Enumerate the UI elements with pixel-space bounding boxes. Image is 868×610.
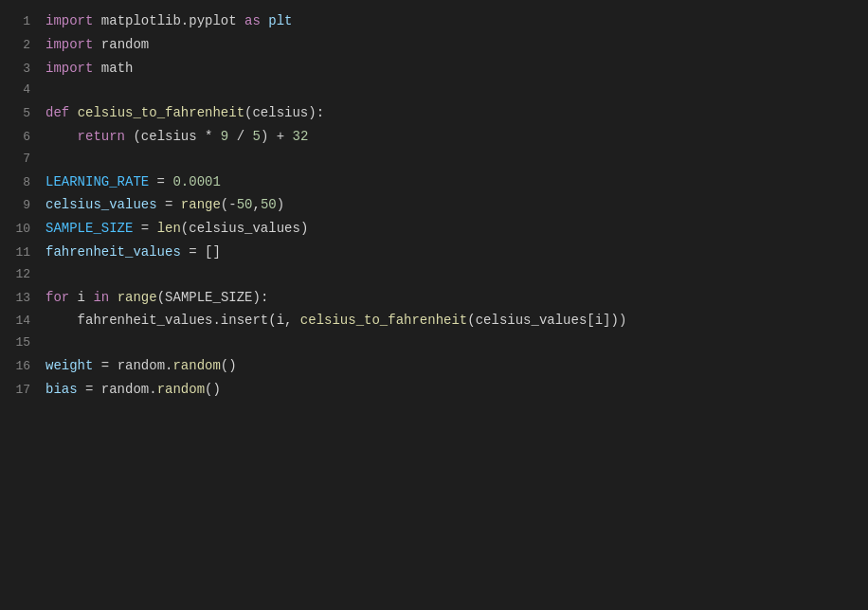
token-plain	[69, 105, 77, 120]
token-builtin: range	[118, 290, 157, 305]
token-plain	[109, 290, 117, 305]
token-builtin: len	[157, 221, 181, 236]
line-number: 10	[0, 220, 45, 240]
code-line: 14 fahrenheit_values.insert(i, celsius_t…	[0, 309, 868, 332]
token-plain: ()	[221, 358, 237, 373]
line-number: 7	[0, 150, 45, 170]
token-plain: (SAMPLE_SIZE):	[157, 290, 269, 305]
token-plain: math	[93, 61, 133, 76]
token-number: 0.0001	[172, 174, 220, 189]
token-plain: )	[277, 197, 284, 212]
token-number: 5	[252, 129, 260, 144]
token-number: 50	[237, 197, 253, 212]
token-var-plain: fahrenheit_values	[45, 244, 181, 260]
token-kw-import: import	[45, 37, 93, 52]
token-var-plain: celsius_values	[45, 197, 157, 212]
token-var-plain: weight	[45, 358, 93, 373]
token-kw-in: in	[93, 290, 109, 305]
token-number: 50	[261, 197, 277, 212]
token-plain	[45, 129, 78, 144]
line-number: 9	[0, 196, 45, 216]
code-line: 1import matplotlib.pyplot as plt	[0, 9, 868, 33]
token-func-name: celsius_to_fahrenheit	[78, 105, 244, 120]
code-line: 17bias = random.random()	[0, 378, 868, 402]
token-kw-return: return	[78, 129, 125, 144]
code-line: 11fahrenheit_values = []	[0, 241, 868, 264]
token-var-plain: bias	[45, 382, 78, 397]
token-number: 9	[221, 129, 228, 144]
line-number: 5	[0, 104, 45, 124]
token-plain: random	[93, 37, 149, 52]
token-plain: (celsius):	[244, 105, 324, 120]
line-number: 14	[0, 312, 45, 332]
token-plain: matplotlib.pyplot	[93, 13, 244, 28]
line-number: 15	[0, 333, 45, 353]
code-content: weight = random.random()	[45, 355, 868, 376]
token-plain: ) +	[261, 129, 293, 144]
line-number: 12	[0, 265, 45, 285]
code-line: 13for i in range(SAMPLE_SIZE):	[0, 286, 868, 310]
line-number: 16	[0, 357, 45, 377]
code-content: import math	[45, 58, 868, 79]
code-line: 15	[0, 332, 868, 354]
token-plain: =	[157, 197, 181, 212]
code-content: return (celsius * 9 / 5) + 32	[45, 126, 868, 147]
token-const-name: LEARNING_RATE	[45, 174, 149, 189]
code-content: SAMPLE_SIZE = len(celsius_values)	[45, 218, 868, 239]
code-line: 16weight = random.random()	[0, 354, 868, 378]
token-plain: (-	[221, 197, 237, 212]
token-plain: =	[133, 221, 156, 236]
line-number: 8	[0, 173, 45, 193]
line-number: 17	[0, 381, 45, 401]
code-line: 9celsius_values = range(-50,50)	[0, 193, 868, 217]
token-func-name: random	[172, 358, 220, 373]
token-const-name: SAMPLE_SIZE	[45, 221, 133, 236]
code-line: 12	[0, 264, 868, 286]
token-kw-def: def	[45, 105, 69, 120]
token-plain: = []	[181, 244, 221, 260]
code-line: 6 return (celsius * 9 / 5) + 32	[0, 125, 868, 149]
code-content: for i in range(SAMPLE_SIZE):	[45, 287, 868, 308]
line-number: 3	[0, 60, 45, 80]
code-content: import matplotlib.pyplot as plt	[45, 10, 868, 31]
code-content: def celsius_to_fahrenheit(celsius):	[45, 102, 868, 123]
code-content: import random	[45, 34, 868, 55]
token-kw-for: for	[45, 290, 69, 305]
code-content: bias = random.random()	[45, 379, 868, 400]
token-plain: =	[149, 174, 172, 189]
token-plain: (celsius_values)	[181, 221, 308, 236]
code-line: 10SAMPLE_SIZE = len(celsius_values)	[0, 217, 868, 241]
token-number: 32	[293, 129, 309, 144]
line-number: 6	[0, 128, 45, 148]
code-content: fahrenheit_values.insert(i, celsius_to_f…	[45, 310, 868, 331]
token-builtin: range	[181, 197, 221, 212]
token-kw-import: import	[45, 13, 93, 28]
code-line: 8LEARNING_RATE = 0.0001	[0, 170, 868, 194]
code-content: celsius_values = range(-50,50)	[45, 194, 868, 215]
token-as-kw: as	[244, 13, 261, 28]
code-content: fahrenheit_values = []	[45, 242, 868, 262]
line-number: 4	[0, 81, 45, 100]
line-number: 2	[0, 36, 45, 56]
line-number: 13	[0, 289, 45, 309]
token-plain: (celsius *	[125, 129, 221, 144]
line-number: 1	[0, 12, 45, 32]
token-plain: i	[69, 290, 93, 305]
token-plain: = random.	[78, 382, 157, 397]
token-func-name: random	[157, 382, 205, 397]
line-number: 11	[0, 243, 45, 263]
token-plain: fahrenheit_values.insert(i,	[45, 313, 300, 328]
token-alias: plt	[261, 13, 293, 28]
code-line: 5def celsius_to_fahrenheit(celsius):	[0, 101, 868, 125]
token-plain: (celsius_values[i]))	[467, 313, 626, 328]
code-editor: 1import matplotlib.pyplot as plt2import …	[0, 0, 868, 610]
code-line: 4	[0, 80, 868, 101]
token-plain: ,	[252, 197, 260, 212]
token-plain: = random.	[93, 358, 172, 373]
token-kw-import: import	[45, 61, 93, 76]
token-plain: /	[228, 129, 252, 144]
code-line: 7	[0, 149, 868, 170]
token-func-name: celsius_to_fahrenheit	[300, 313, 467, 328]
code-line: 2import random	[0, 33, 868, 57]
code-line: 3import math	[0, 57, 868, 81]
